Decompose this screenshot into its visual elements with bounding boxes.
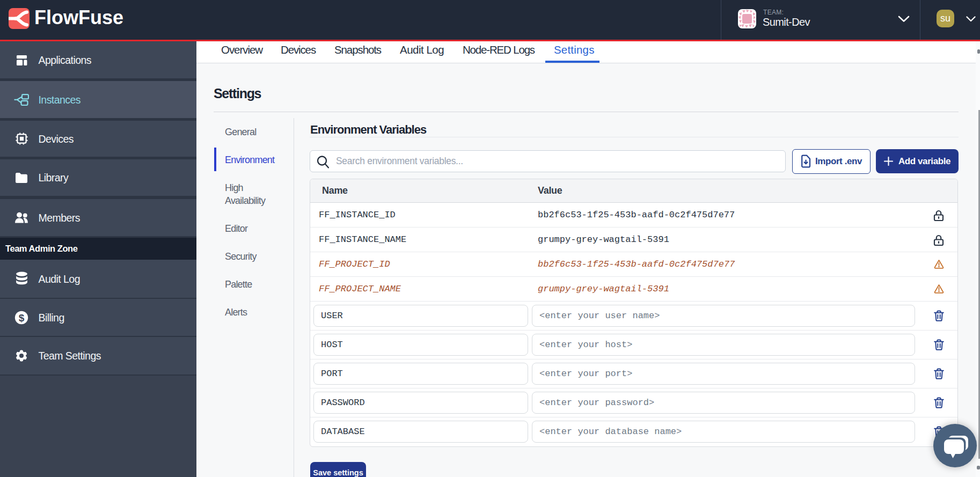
svg-text:$: $ <box>19 312 25 323</box>
